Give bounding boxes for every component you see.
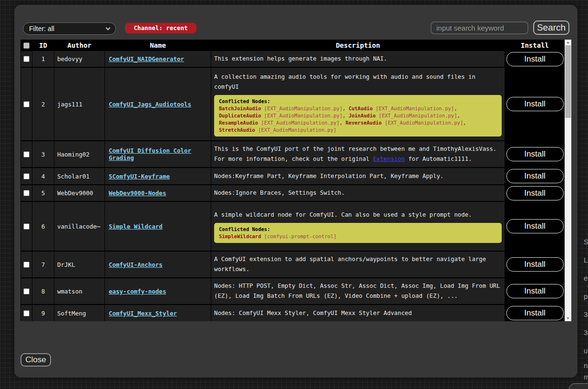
row-id: 6: [32, 201, 54, 251]
custom-nodes-install-dialog: Filter: all Channel: recent Search ID Au…: [14, 5, 578, 378]
install-button[interactable]: Install: [506, 257, 564, 272]
extension-name-link[interactable]: easy-comfy-nodes: [109, 288, 166, 295]
row-description: Nodes: HTTP POST, Empty Dict, Assoc Str,…: [211, 278, 505, 305]
background-partial-button[interactable]: [569, 383, 588, 389]
conflict-node-name: ResampleAudio: [219, 120, 258, 126]
conflict-node-source: [EXT_AudioManipulation.py]: [264, 113, 342, 118]
conflicted-nodes-label: Conflicted Nodes:: [219, 226, 497, 233]
conflict-node-source: [EXT_AudioManipulation.py]: [264, 105, 342, 111]
install-button[interactable]: Install: [506, 186, 564, 200]
menu-text-fragment: p: [584, 292, 588, 300]
channel-button[interactable]: Channel: recent: [125, 23, 196, 33]
conflicted-nodes-label: Conflicted Nodes:: [219, 98, 497, 105]
row-name-cell: SComfyUI-Keyframe: [105, 168, 211, 185]
row-author: jags111: [54, 67, 105, 141]
row-checkbox-cell: [21, 67, 32, 141]
conflict-node-source: [EXT_AudioManipulation.py]: [376, 105, 454, 111]
conflict-node-source: [EXT_AudioManipulation.py]: [261, 120, 340, 126]
description-text: Nodes:Ignore Braces, Settings Switch.: [214, 188, 502, 198]
extension-name-link[interactable]: SComfyUI-Keyframe: [109, 173, 170, 180]
select-all-cell: [21, 40, 32, 51]
row-checkbox[interactable]: [23, 288, 30, 294]
table-row: 5WebDev9000WebDev9000-NodesNodes:Ignore …: [21, 185, 565, 201]
menu-text-fragment: 3: [584, 328, 588, 336]
row-checkbox[interactable]: [23, 101, 30, 107]
conflict-node-source: [EXT_AudioManipulation.py]: [379, 113, 457, 118]
install-button[interactable]: Install: [506, 284, 564, 298]
scroll-down-arrow-icon[interactable]: ▼: [565, 315, 571, 321]
row-install-cell: Install: [505, 141, 565, 168]
extension-name-link[interactable]: WebDev9000-Nodes: [109, 189, 166, 197]
row-checkbox[interactable]: [23, 223, 30, 230]
header-name: Name: [105, 40, 211, 51]
row-install-cell: Install: [505, 67, 565, 141]
extension-name-link[interactable]: ComfyUI_Jags_Audiotools: [109, 101, 191, 108]
row-checkbox[interactable]: [23, 56, 30, 62]
table-row: 4Scholar01SComfyUI-KeyframeNodes:Keyfram…: [21, 168, 565, 185]
conflicted-nodes-warning: Conflicted Nodes:BatchJoinAudio [EXT_Aud…: [214, 95, 502, 137]
extension-name-link[interactable]: ComfyUI-Anchors: [109, 261, 163, 268]
menu-text-fragment: L: [584, 256, 588, 264]
comfyui-canvas-background: SLep33unm Filter: all Channel: recent Se…: [0, 0, 588, 389]
scroll-up-arrow-icon[interactable]: ▲: [565, 40, 571, 45]
row-checkbox-cell: [21, 278, 32, 305]
row-description: A simple wildcard node for ComfyUI. Can …: [211, 201, 505, 251]
table-row: 1bedovyyComfyUI_NAIDGeneratorThis extens…: [21, 51, 565, 67]
table-scrollbar[interactable]: ▲ ▼: [565, 40, 571, 321]
table-row: 3Haoming02ComfyUI Diffusion Color Gradin…: [21, 141, 565, 168]
extension-name-link[interactable]: Simple Wildcard: [109, 223, 163, 230]
close-button[interactable]: Close: [21, 353, 51, 367]
external-extension-link[interactable]: Extension: [373, 156, 405, 162]
conflict-node-name: DuplicateAudio: [219, 113, 261, 118]
install-button[interactable]: Install: [506, 169, 564, 183]
search-button[interactable]: Search: [533, 21, 569, 35]
install-button[interactable]: Install: [506, 147, 564, 161]
row-install-cell: Install: [505, 51, 565, 67]
table-row: 2jags111ComfyUI_Jags_AudiotoolsA collect…: [21, 67, 565, 141]
row-id: 5: [32, 185, 54, 201]
row-checkbox[interactable]: [23, 310, 30, 316]
row-name-cell: ComfyUI-Anchors: [105, 251, 211, 278]
menu-text-fragment: e: [584, 274, 588, 282]
row-checkbox[interactable]: [23, 173, 30, 179]
description-text: A simple wildcard node for ComfyUI. Can …: [214, 210, 502, 220]
row-id: 9: [32, 305, 54, 321]
extension-name-link[interactable]: ComfyUI_Mexx_Styler: [109, 310, 177, 317]
search-input[interactable]: [431, 21, 528, 34]
description-text: A ComfyUI extension to add spatial ancho…: [214, 254, 502, 274]
row-author: SoftMeng: [54, 305, 105, 321]
extensions-table-container: ID Author Name Description Install 1bedo…: [21, 40, 565, 321]
description-text: Nodes: HTTP POST, Empty Dict, Assoc Str,…: [214, 281, 502, 301]
row-checkbox[interactable]: [23, 262, 30, 268]
install-button[interactable]: Install: [506, 219, 564, 233]
row-author: wmatson: [54, 278, 105, 305]
row-name-cell: easy-comfy-nodes: [105, 278, 211, 305]
conflicted-nodes-warning: Conflicted Nodes:SimpleWildcard [comfyui…: [214, 223, 502, 243]
install-button[interactable]: Install: [506, 52, 564, 66]
extension-name-link[interactable]: ComfyUI_NAIDGenerator: [109, 55, 184, 63]
filter-select[interactable]: Filter: all: [23, 22, 116, 35]
row-author: bedovyy: [54, 51, 105, 67]
table-row: 6vanillacode⋯Simple WildcardA simple wil…: [21, 201, 565, 251]
row-checkbox[interactable]: [23, 151, 30, 158]
conflict-node-name: StretchAudio: [219, 127, 255, 133]
header-description: Description: [211, 40, 505, 51]
table-header-row: ID Author Name Description Install: [21, 40, 565, 51]
description-text: Nodes:Keyframe Part, Keyframe Interpolat…: [214, 171, 502, 181]
table-row: 7DrJKLComfyUI-AnchorsA ComfyUI extension…: [21, 251, 565, 278]
menu-text-fragment: S: [584, 238, 588, 246]
row-checkbox[interactable]: [23, 190, 30, 196]
install-button[interactable]: Install: [506, 97, 564, 111]
row-checkbox-cell: [21, 201, 32, 251]
row-checkbox-cell: [21, 305, 32, 321]
extension-name-link[interactable]: ComfyUI Diffusion Color Grading: [109, 147, 191, 161]
conflicted-nodes-list: BatchJoinAudio [EXT_AudioManipulation.py…: [219, 105, 497, 134]
conflicted-nodes-list: SimpleWildcard [comfyui-prompt-control]: [219, 233, 497, 240]
select-all-checkbox[interactable]: [23, 42, 30, 49]
row-id: 8: [32, 278, 54, 305]
scrollbar-thumb[interactable]: [565, 45, 571, 118]
install-button[interactable]: Install: [506, 306, 564, 320]
table-row: 8wmatsoneasy-comfy-nodesNodes: HTTP POST…: [21, 278, 565, 305]
description-text: A collection amazing audio tools for wor…: [214, 72, 502, 92]
row-description: This extension helps generate images thr…: [211, 51, 505, 67]
